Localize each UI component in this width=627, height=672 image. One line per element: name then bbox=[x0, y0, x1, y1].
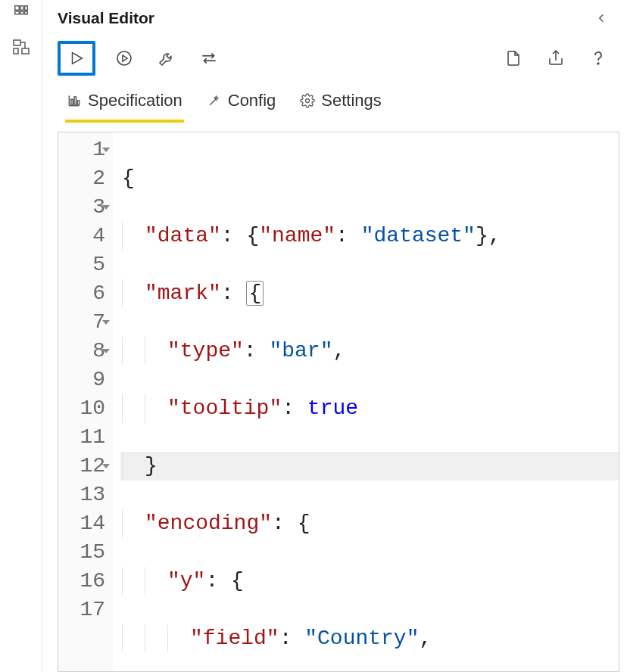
line-number: 6 bbox=[70, 279, 105, 308]
line-number: 11 bbox=[70, 423, 105, 452]
svg-marker-11 bbox=[123, 55, 127, 61]
line-number: 10 bbox=[70, 394, 105, 423]
line-number: 4 bbox=[70, 222, 105, 250]
svg-rect-18 bbox=[77, 101, 80, 104]
line-number: 14 bbox=[70, 509, 105, 538]
line-number: 8 bbox=[70, 337, 105, 366]
svg-rect-3 bbox=[14, 11, 19, 14]
tab-label: Specification bbox=[88, 91, 182, 110]
svg-point-10 bbox=[117, 51, 131, 65]
toolbar-left bbox=[58, 41, 223, 76]
line-number: 15 bbox=[70, 538, 105, 567]
tab-label: Config bbox=[228, 91, 276, 110]
line-number: 2 bbox=[70, 164, 105, 193]
svg-rect-0 bbox=[14, 6, 19, 11]
line-number: 7 bbox=[70, 308, 105, 337]
svg-rect-6 bbox=[14, 40, 20, 45]
code-editor[interactable]: 1234567891011121314151617 { "data": {"na… bbox=[58, 132, 619, 672]
svg-rect-7 bbox=[22, 48, 29, 54]
left-rail bbox=[0, 0, 42, 672]
svg-rect-16 bbox=[71, 99, 73, 104]
svg-point-19 bbox=[306, 99, 310, 103]
tab-config[interactable]: Config bbox=[205, 86, 278, 123]
code-area[interactable]: { "data": {"name": "dataset"}, "mark": {… bbox=[113, 132, 619, 671]
panel-title: Visual Editor bbox=[58, 9, 154, 27]
line-number: 17 bbox=[70, 596, 105, 624]
new-spec-button[interactable] bbox=[500, 45, 527, 72]
line-number: 3 bbox=[70, 193, 105, 222]
line-number: 5 bbox=[70, 250, 105, 279]
repair-button[interactable] bbox=[153, 45, 180, 72]
svg-rect-4 bbox=[20, 11, 23, 14]
export-button[interactable] bbox=[542, 45, 569, 72]
svg-rect-8 bbox=[14, 48, 18, 54]
line-number: 12 bbox=[70, 452, 105, 481]
main-panel: Visual Editor bbox=[42, 0, 627, 672]
data-model-icon[interactable] bbox=[11, 36, 32, 58]
help-button[interactable] bbox=[585, 45, 612, 72]
svg-marker-9 bbox=[73, 53, 83, 64]
tab-label: Settings bbox=[321, 91, 382, 110]
line-number: 16 bbox=[70, 567, 105, 596]
svg-rect-2 bbox=[24, 6, 27, 11]
gear-icon bbox=[300, 93, 315, 108]
line-number: 13 bbox=[70, 481, 105, 509]
svg-point-13 bbox=[597, 63, 599, 64]
svg-rect-1 bbox=[20, 6, 23, 11]
auto-run-button[interactable] bbox=[111, 45, 138, 72]
line-number: 9 bbox=[70, 366, 105, 394]
matrix-icon[interactable] bbox=[11, 2, 32, 23]
tab-specification[interactable]: Specification bbox=[65, 86, 184, 123]
tab-settings[interactable]: Settings bbox=[298, 86, 383, 123]
svg-rect-5 bbox=[24, 11, 27, 14]
toolbar bbox=[58, 32, 619, 83]
collapse-chevron-icon[interactable] bbox=[591, 8, 612, 29]
line-number: 1 bbox=[70, 135, 105, 164]
map-fields-button[interactable] bbox=[195, 45, 223, 72]
header: Visual Editor bbox=[58, 0, 619, 32]
line-number-gutter: 1234567891011121314151617 bbox=[58, 132, 113, 671]
bar-chart-icon bbox=[67, 93, 82, 108]
magic-wand-icon bbox=[207, 93, 222, 108]
editor-tabs: Specification Config Settings bbox=[58, 83, 619, 123]
run-button[interactable] bbox=[58, 41, 95, 76]
svg-rect-17 bbox=[74, 97, 76, 104]
toolbar-right bbox=[500, 45, 612, 72]
